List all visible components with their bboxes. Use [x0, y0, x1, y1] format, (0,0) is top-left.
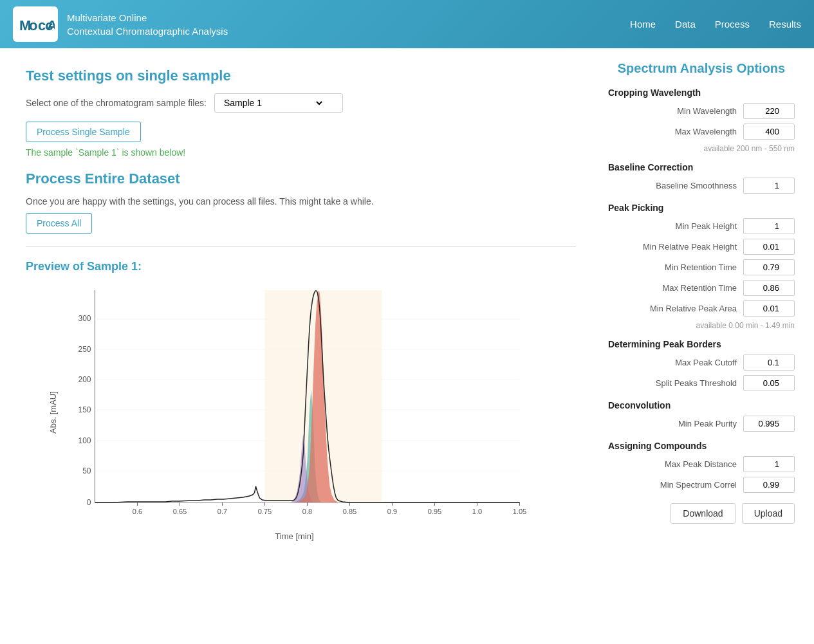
min-spectrum-correl-row: Min Spectrum Correl [608, 477, 795, 493]
download-button[interactable]: Download [671, 503, 735, 524]
nav-results[interactable]: Results [769, 19, 801, 30]
right-panel: Spectrum Analysis Options Cropping Wavel… [595, 48, 814, 573]
svg-text:150: 150 [78, 405, 91, 414]
bottom-buttons: Download Upload [608, 503, 795, 524]
svg-text:50: 50 [82, 466, 91, 475]
min-rel-peak-height-row: Min Relative Peak Height [608, 239, 795, 255]
preview-section: Preview of Sample 1: Abs. [mAU] 0 [26, 260, 576, 541]
baseline-smoothness-input[interactable] [743, 178, 795, 194]
deconvolution-header: Deconvolution [608, 400, 795, 410]
split-peaks-threshold-input[interactable] [743, 375, 795, 391]
min-peak-purity-label: Min Peak Purity [678, 419, 737, 428]
nav-home[interactable]: Home [630, 19, 656, 30]
svg-text:250: 250 [78, 345, 91, 354]
wavelength-available-note: available 200 nm - 550 nm [608, 144, 795, 153]
svg-text:0.9: 0.9 [387, 508, 397, 515]
logo: M o cc A [13, 6, 58, 42]
svg-text:0.75: 0.75 [258, 508, 272, 515]
divider [26, 246, 576, 247]
chart-container: Abs. [mAU] 0 50 [26, 284, 528, 541]
min-wavelength-input[interactable] [743, 103, 795, 119]
min-rel-peak-height-input[interactable] [743, 239, 795, 255]
success-message: The sample `Sample 1` is shown below! [26, 147, 576, 158]
svg-text:0.85: 0.85 [343, 508, 356, 515]
main-nav: Home Data Process Results [630, 19, 801, 30]
test-settings-section: Test settings on single sample Select on… [26, 68, 576, 158]
max-peak-distance-input[interactable] [743, 456, 795, 472]
nav-data[interactable]: Data [675, 19, 696, 30]
process-single-button[interactable]: Process Single Sample [26, 122, 141, 142]
min-peak-height-input[interactable] [743, 218, 795, 234]
chart-svg: 0 50 100 150 200 [61, 284, 528, 528]
min-retention-time-label: Min Retention Time [665, 262, 737, 272]
logo-area: M o cc A Multivariate Online Contextual … [13, 6, 228, 42]
svg-text:0.95: 0.95 [428, 508, 441, 515]
split-peaks-threshold-label: Split Peaks Threshold [656, 378, 737, 388]
min-rel-peak-height-label: Min Relative Peak Height [643, 242, 737, 252]
max-wavelength-row: Max Wavelength [608, 124, 795, 140]
min-wavelength-label: Min Wavelength [677, 106, 737, 116]
max-wavelength-input[interactable] [743, 124, 795, 140]
app-title: Multivariate Online Contextual Chromatog… [67, 11, 228, 38]
min-retention-time-row: Min Retention Time [608, 259, 795, 275]
svg-text:1.0: 1.0 [472, 508, 482, 515]
svg-text:0.6: 0.6 [133, 508, 142, 515]
sample-select-input[interactable]: Sample 1 Sample 2 Sample 3 [221, 97, 324, 109]
svg-text:200: 200 [78, 375, 91, 384]
min-rel-peak-area-label: Min Relative Peak Area [650, 304, 737, 313]
min-spectrum-correl-label: Min Spectrum Correl [660, 480, 737, 490]
baseline-correction-header: Baseline Correction [608, 162, 795, 172]
min-peak-height-row: Min Peak Height [608, 218, 795, 234]
main-layout: Test settings on single sample Select on… [0, 48, 814, 573]
peak-borders-header: Determining Peak Borders [608, 339, 795, 349]
min-peak-purity-input[interactable] [743, 416, 795, 432]
min-rel-peak-area-input[interactable] [743, 300, 795, 317]
x-axis-label: Time [min] [61, 531, 528, 541]
y-axis-label: Abs. [mAU] [48, 391, 58, 434]
max-wavelength-label: Max Wavelength [675, 127, 737, 136]
retention-available-note: available 0.00 min - 1.49 min [608, 321, 795, 330]
peak-picking-header: Peak Picking [608, 203, 795, 213]
max-peak-cutoff-input[interactable] [743, 354, 795, 371]
baseline-smoothness-row: Baseline Smoothness [608, 178, 795, 194]
baseline-smoothness-label: Baseline Smoothness [656, 181, 737, 190]
max-peak-distance-row: Max Peak Distance [608, 456, 795, 472]
min-peak-height-label: Min Peak Height [676, 221, 737, 231]
process-entire-desc: Once you are happy with the settings, yo… [26, 196, 576, 207]
cropping-wavelength-header: Cropping Wavelength [608, 87, 795, 98]
sample-select-row: Select one of the chromatogram sample fi… [26, 93, 576, 113]
svg-text:100: 100 [78, 436, 91, 445]
max-retention-time-label: Max Retention Time [662, 283, 737, 293]
sample-select-label: Select one of the chromatogram sample fi… [26, 98, 207, 108]
svg-text:0.7: 0.7 [217, 508, 227, 515]
svg-text:o: o [29, 17, 37, 33]
process-entire-section: Process Entire Dataset Once you are happ… [26, 170, 576, 234]
min-rel-peak-area-row: Min Relative Peak Area [608, 300, 795, 317]
min-retention-time-input[interactable] [743, 259, 795, 275]
svg-text:0.8: 0.8 [302, 508, 312, 515]
left-panel: Test settings on single sample Select on… [0, 48, 595, 573]
min-peak-purity-row: Min Peak Purity [608, 416, 795, 432]
svg-text:0.65: 0.65 [173, 508, 187, 515]
nav-process[interactable]: Process [715, 19, 750, 30]
sample-dropdown-wrapper[interactable]: Sample 1 Sample 2 Sample 3 [214, 93, 343, 113]
svg-text:0: 0 [87, 498, 91, 507]
test-settings-title: Test settings on single sample [26, 68, 576, 84]
max-peak-cutoff-row: Max Peak Cutoff [608, 354, 795, 371]
header: M o cc A Multivariate Online Contextual … [0, 0, 814, 48]
max-peak-cutoff-label: Max Peak Cutoff [675, 358, 737, 367]
panel-title: Spectrum Analysis Options [608, 61, 795, 76]
chart-area: Abs. [mAU] 0 50 [61, 284, 528, 541]
min-spectrum-correl-input[interactable] [743, 477, 795, 493]
max-peak-distance-label: Max Peak Distance [665, 459, 737, 469]
svg-text:300: 300 [78, 314, 91, 323]
process-entire-title: Process Entire Dataset [26, 170, 576, 187]
upload-button[interactable]: Upload [742, 503, 795, 524]
preview-title: Preview of Sample 1: [26, 260, 576, 273]
assigning-compounds-header: Assigning Compounds [608, 441, 795, 451]
process-all-button[interactable]: Process All [26, 213, 92, 234]
max-retention-time-row: Max Retention Time [608, 280, 795, 296]
svg-text:1.05: 1.05 [513, 508, 526, 515]
max-retention-time-input[interactable] [743, 280, 795, 296]
svg-text:A: A [47, 17, 55, 33]
